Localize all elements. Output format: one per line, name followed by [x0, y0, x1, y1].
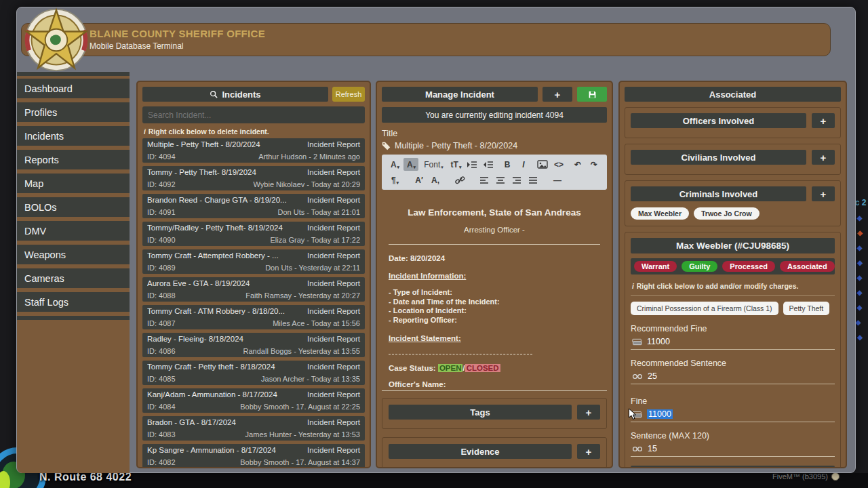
sentence-input[interactable]: 15 — [631, 443, 835, 457]
font-family-dropdown[interactable]: Font▾ — [420, 158, 447, 171]
link-icon[interactable] — [452, 174, 467, 186]
recommended-fine-label: Recommended Fine — [631, 324, 835, 333]
sidebar-item-label: Map — [24, 178, 43, 189]
document-info-item: - Type of Incident: — [389, 288, 600, 298]
sidebar-item[interactable]: Staff Logs — [17, 292, 130, 312]
italic-button[interactable]: I — [516, 158, 531, 171]
sidebar-item[interactable]: DMV — [17, 221, 130, 241]
sidebar-item[interactable]: Dashboard — [17, 79, 130, 98]
incident-title: Tommy/Radley - Petty Theft- 8/19/2024 — [147, 224, 283, 232]
add-officer-button[interactable]: + — [812, 113, 835, 128]
search-incident-input[interactable] — [142, 106, 365, 123]
status-badge[interactable]: Associated — [780, 261, 835, 272]
sidebar-item[interactable]: Profiles — [17, 102, 130, 122]
criminals-involved-section: Criminals Involved + Max Weebler Trwoe J… — [625, 180, 841, 226]
bold-button[interactable]: B — [500, 158, 515, 171]
paragraph-style-icon[interactable]: ¶▾ — [387, 174, 402, 186]
officers-involved-section: Officers Involved + — [625, 107, 841, 138]
align-center-icon[interactable] — [493, 174, 508, 186]
incident-row[interactable]: Tommy Craft - ATM Robbery - 8/18/20... I… — [142, 305, 365, 329]
criminal-chip[interactable]: Trwoe Jo Crow — [694, 207, 760, 220]
incident-title-input[interactable]: Multiple - Petty Theft - 8/20/2024 — [382, 141, 607, 150]
incident-title: Radley - Fleeing- 8/18/2024 — [147, 335, 243, 343]
screen: N. Route 68 4022 FiveM™ (b3095) ac 2 ◆ a… — [0, 0, 868, 488]
incident-row[interactable]: Tommy Craft - Attempted Robbery - ... In… — [142, 249, 365, 274]
fine-input[interactable]: 11000 — [631, 408, 835, 422]
incident-row[interactable]: Kanj/Adam - Ammunation - 8/17/2024 Incid… — [142, 388, 365, 413]
incident-type: Incident Report — [307, 168, 360, 176]
sidebar-item-label: Cameras — [24, 273, 64, 284]
status-badge[interactable]: Guilty — [682, 261, 717, 272]
add-tag-button[interactable]: + — [577, 405, 600, 420]
sidebar-item-label: Reports — [24, 155, 59, 165]
officers-involved-header: Officers Involved — [631, 113, 806, 128]
sidebar-item[interactable]: BOLOs — [17, 197, 130, 217]
sidebar-item-label: Staff Logs — [24, 297, 68, 308]
incident-row[interactable]: Brandon Reed - Charge GTA - 8/19/20... I… — [142, 194, 365, 218]
incident-document-editor[interactable]: Law Enforcement, State of San Andreas Ar… — [382, 190, 607, 391]
criminal-chip[interactable]: Max Weebler — [631, 207, 689, 220]
redo-icon[interactable]: ↷ — [587, 158, 601, 171]
incident-row[interactable]: Multiple - Petty Theft - 8/20/2024 Incid… — [142, 138, 365, 163]
subscript-icon[interactable]: A, — [428, 174, 443, 186]
status-badge[interactable]: Processed — [722, 261, 775, 272]
highlight-color-icon[interactable]: A▾ — [403, 158, 418, 171]
align-justify-icon[interactable] — [526, 174, 540, 186]
font-size-icon[interactable]: tT▾ — [448, 158, 463, 171]
evidence-header: Evidence — [389, 444, 572, 459]
superscript-icon[interactable]: A′ — [412, 174, 427, 186]
align-left-icon[interactable] — [477, 174, 492, 186]
incident-title-value: Multiple - Petty Theft - 8/20/2024 — [395, 141, 517, 150]
incident-row[interactable]: Tommy - Petty Theft- 8/19/2024 Incident … — [142, 166, 365, 190]
document-info-item: - Date and Time of the Incident: — [389, 298, 600, 307]
incident-row[interactable]: Tommy Craft - Petty theft - 8/18/2024 In… — [142, 361, 365, 385]
sidebar-item[interactable]: Weapons — [17, 245, 130, 264]
incident-row[interactable]: Tommy/Radley - Petty Theft- 8/19/2024 In… — [142, 222, 365, 246]
jail-button[interactable]: Jail — [631, 466, 835, 468]
document-statement-heading: Incident Statement: — [389, 334, 600, 342]
player-blip-icon: ◆ — [857, 289, 863, 296]
incident-row[interactable]: Bradon - GTA - 8/17/2024 Incident Report… — [142, 416, 365, 441]
incident-type: Incident Report — [307, 196, 360, 204]
incident-row[interactable]: Kp Sangre - Ammunation - 8/17/2024 Incid… — [142, 444, 365, 468]
incident-meta: Eliza Gray - Today at 17:22 — [271, 236, 360, 244]
refresh-button[interactable]: Refresh — [332, 87, 365, 102]
indent-icon[interactable] — [465, 158, 479, 171]
sidebar-item[interactable]: Incidents — [17, 126, 130, 146]
incident-meta: Arthur Hudson - 2 Minutes ago — [258, 152, 360, 161]
image-icon[interactable] — [535, 158, 550, 171]
tags-section: Tags + — [382, 398, 607, 429]
charge-chips: Criminal Possession of a Firearm (Class … — [631, 302, 835, 315]
add-criminal-button[interactable]: + — [812, 186, 835, 201]
incident-title: Tommy Craft - ATM Robbery - 8/18/20... — [147, 307, 285, 315]
align-right-icon[interactable] — [509, 174, 524, 186]
incident-row[interactable]: Radley - Fleeing- 8/18/2024 Incident Rep… — [142, 333, 365, 357]
recommended-sentence-label: Recommended Sentence — [631, 359, 835, 368]
save-incident-button[interactable] — [577, 87, 607, 102]
charge-chip[interactable]: Criminal Possession of a Firearm (Class … — [631, 302, 778, 315]
add-civilian-button[interactable]: + — [812, 150, 835, 165]
incident-type: Incident Report — [307, 224, 360, 232]
incident-type: Incident Report — [307, 307, 360, 315]
status-badge[interactable]: Warrant — [634, 261, 677, 272]
undo-icon[interactable]: ↶ — [570, 158, 585, 171]
code-icon[interactable]: <> — [551, 158, 566, 171]
sidebar-item[interactable]: Cameras — [17, 268, 130, 288]
incidents-panel: Incidents Refresh i Right click below to… — [136, 81, 371, 468]
title-label: Title — [382, 129, 607, 138]
incident-row[interactable]: Aurora Eve - GTA - 8/19/2024 Incident Re… — [142, 277, 365, 302]
add-evidence-button[interactable]: + — [577, 444, 600, 459]
new-incident-button[interactable]: + — [542, 87, 572, 102]
incident-title: Multiple - Petty Theft - 8/20/2024 — [147, 140, 260, 148]
text-color-icon[interactable]: A▾ — [387, 158, 402, 171]
charge-chip[interactable]: Petty Theft — [783, 302, 830, 315]
handcuffs-icon — [632, 373, 643, 380]
sidebar-item[interactable]: Map — [17, 174, 130, 193]
sidebar-item[interactable]: Reports — [17, 150, 130, 169]
outdent-icon[interactable] — [481, 158, 496, 171]
evidence-section: Evidence + — [382, 437, 607, 468]
incident-meta: Bobby Smooth - 17. August at 14:37 — [240, 458, 360, 466]
horizontal-rule-icon[interactable]: — — [550, 174, 565, 186]
incident-type: Incident Report — [307, 335, 360, 343]
save-icon — [588, 90, 597, 99]
